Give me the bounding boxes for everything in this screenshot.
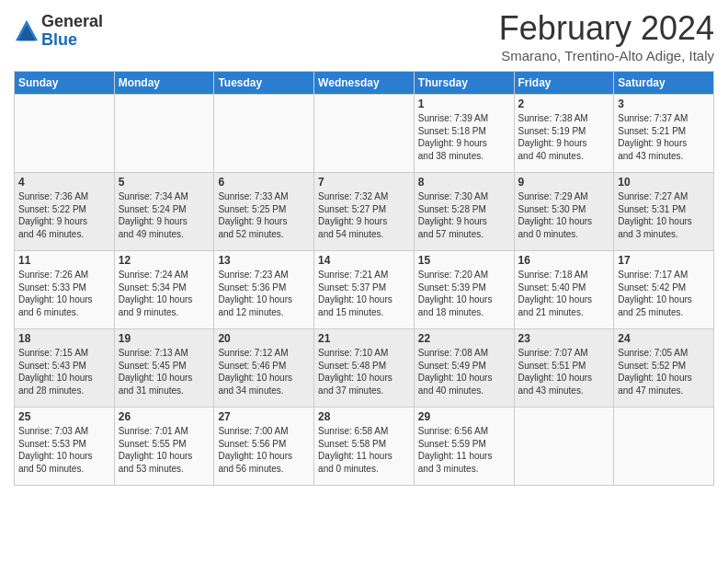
header-friday: Friday bbox=[514, 72, 614, 95]
day-number: 11 bbox=[18, 254, 110, 267]
day-number: 25 bbox=[18, 410, 110, 423]
calendar-table: Sunday Monday Tuesday Wednesday Thursday… bbox=[14, 71, 714, 486]
header-wednesday: Wednesday bbox=[314, 72, 415, 95]
header-row: Sunday Monday Tuesday Wednesday Thursday… bbox=[15, 72, 714, 95]
logo-blue: Blue bbox=[41, 31, 103, 50]
calendar-cell: 23Sunrise: 7:07 AM Sunset: 5:51 PM Dayli… bbox=[514, 329, 614, 408]
day-number: 14 bbox=[318, 254, 410, 267]
calendar-cell: 2Sunrise: 7:38 AM Sunset: 5:19 PM Daylig… bbox=[514, 95, 614, 173]
day-number: 9 bbox=[518, 176, 610, 189]
day-info: Sunrise: 6:56 AM Sunset: 5:59 PM Dayligh… bbox=[418, 425, 510, 475]
calendar-cell: 6Sunrise: 7:33 AM Sunset: 5:25 PM Daylig… bbox=[214, 173, 314, 251]
title-area: February 2024 Smarano, Trentino-Alto Adi… bbox=[499, 9, 714, 63]
logo-icon bbox=[14, 18, 40, 44]
day-info: Sunrise: 7:07 AM Sunset: 5:51 PM Dayligh… bbox=[518, 347, 610, 396]
calendar-cell: 27Sunrise: 7:00 AM Sunset: 5:56 PM Dayli… bbox=[214, 408, 314, 486]
calendar-cell bbox=[214, 95, 314, 173]
calendar-cell: 5Sunrise: 7:34 AM Sunset: 5:24 PM Daylig… bbox=[114, 173, 214, 251]
day-info: Sunrise: 7:13 AM Sunset: 5:45 PM Dayligh… bbox=[119, 347, 210, 396]
day-info: Sunrise: 7:23 AM Sunset: 5:36 PM Dayligh… bbox=[218, 269, 310, 318]
calendar-cell: 7Sunrise: 7:32 AM Sunset: 5:27 PM Daylig… bbox=[314, 173, 415, 251]
calendar-cell: 11Sunrise: 7:26 AM Sunset: 5:33 PM Dayli… bbox=[15, 251, 115, 329]
calendar-cell bbox=[514, 408, 614, 486]
logo: General Blue bbox=[14, 13, 103, 50]
day-info: Sunrise: 7:17 AM Sunset: 5:42 PM Dayligh… bbox=[618, 269, 710, 318]
calendar-week-3: 11Sunrise: 7:26 AM Sunset: 5:33 PM Dayli… bbox=[15, 251, 714, 329]
calendar-cell: 20Sunrise: 7:12 AM Sunset: 5:46 PM Dayli… bbox=[214, 329, 314, 408]
day-info: Sunrise: 7:26 AM Sunset: 5:33 PM Dayligh… bbox=[18, 269, 110, 318]
day-info: Sunrise: 7:12 AM Sunset: 5:46 PM Dayligh… bbox=[218, 347, 310, 396]
day-info: Sunrise: 7:15 AM Sunset: 5:43 PM Dayligh… bbox=[18, 347, 110, 396]
calendar-cell: 12Sunrise: 7:24 AM Sunset: 5:34 PM Dayli… bbox=[114, 251, 214, 329]
calendar-cell: 29Sunrise: 6:56 AM Sunset: 5:59 PM Dayli… bbox=[414, 408, 514, 486]
header-sunday: Sunday bbox=[15, 72, 115, 95]
header-area: General Blue February 2024 Smarano, Tren… bbox=[14, 9, 714, 63]
calendar-cell: 3Sunrise: 7:37 AM Sunset: 5:21 PM Daylig… bbox=[614, 95, 714, 173]
day-number: 4 bbox=[18, 176, 110, 189]
calendar-header: Sunday Monday Tuesday Wednesday Thursday… bbox=[15, 72, 714, 95]
calendar-cell: 10Sunrise: 7:27 AM Sunset: 5:31 PM Dayli… bbox=[614, 173, 714, 251]
day-info: Sunrise: 7:36 AM Sunset: 5:22 PM Dayligh… bbox=[18, 190, 110, 240]
day-number: 10 bbox=[618, 176, 710, 189]
day-info: Sunrise: 7:38 AM Sunset: 5:19 PM Dayligh… bbox=[518, 112, 610, 162]
calendar-cell: 15Sunrise: 7:20 AM Sunset: 5:39 PM Dayli… bbox=[414, 251, 514, 329]
page-container: General Blue February 2024 Smarano, Tren… bbox=[0, 0, 728, 500]
calendar-cell: 16Sunrise: 7:18 AM Sunset: 5:40 PM Dayli… bbox=[514, 251, 614, 329]
day-number: 23 bbox=[518, 332, 610, 345]
header-monday: Monday bbox=[114, 72, 214, 95]
day-number: 18 bbox=[18, 332, 110, 345]
calendar-cell bbox=[114, 95, 214, 173]
day-number: 1 bbox=[418, 98, 510, 110]
day-number: 24 bbox=[618, 332, 710, 345]
calendar-week-2: 4Sunrise: 7:36 AM Sunset: 5:22 PM Daylig… bbox=[15, 173, 714, 251]
day-info: Sunrise: 7:20 AM Sunset: 5:39 PM Dayligh… bbox=[418, 269, 510, 318]
day-info: Sunrise: 7:10 AM Sunset: 5:48 PM Dayligh… bbox=[318, 347, 410, 396]
day-number: 3 bbox=[618, 98, 710, 110]
day-number: 13 bbox=[218, 254, 310, 267]
day-info: Sunrise: 7:34 AM Sunset: 5:24 PM Dayligh… bbox=[119, 190, 210, 240]
calendar-cell: 19Sunrise: 7:13 AM Sunset: 5:45 PM Dayli… bbox=[114, 329, 214, 408]
calendar-cell bbox=[314, 95, 415, 173]
day-number: 20 bbox=[218, 332, 310, 345]
calendar-week-5: 25Sunrise: 7:03 AM Sunset: 5:53 PM Dayli… bbox=[15, 408, 714, 486]
calendar-cell: 21Sunrise: 7:10 AM Sunset: 5:48 PM Dayli… bbox=[314, 329, 415, 408]
header-thursday: Thursday bbox=[414, 72, 514, 95]
day-info: Sunrise: 7:00 AM Sunset: 5:56 PM Dayligh… bbox=[218, 425, 310, 475]
day-info: Sunrise: 7:24 AM Sunset: 5:34 PM Dayligh… bbox=[119, 269, 210, 318]
calendar-cell: 22Sunrise: 7:08 AM Sunset: 5:49 PM Dayli… bbox=[414, 329, 514, 408]
calendar-cell: 8Sunrise: 7:30 AM Sunset: 5:28 PM Daylig… bbox=[414, 173, 514, 251]
day-info: Sunrise: 7:21 AM Sunset: 5:37 PM Dayligh… bbox=[318, 269, 410, 318]
day-info: Sunrise: 7:01 AM Sunset: 5:55 PM Dayligh… bbox=[119, 425, 210, 475]
calendar-cell bbox=[15, 95, 115, 173]
calendar-cell: 25Sunrise: 7:03 AM Sunset: 5:53 PM Dayli… bbox=[15, 408, 115, 486]
day-number: 17 bbox=[618, 254, 710, 267]
day-number: 6 bbox=[218, 176, 310, 189]
day-number: 27 bbox=[218, 410, 310, 423]
day-number: 12 bbox=[119, 254, 210, 267]
day-info: Sunrise: 7:08 AM Sunset: 5:49 PM Dayligh… bbox=[418, 347, 510, 396]
calendar-cell: 1Sunrise: 7:39 AM Sunset: 5:18 PM Daylig… bbox=[414, 95, 514, 173]
day-info: Sunrise: 7:29 AM Sunset: 5:30 PM Dayligh… bbox=[518, 190, 610, 240]
day-info: Sunrise: 7:37 AM Sunset: 5:21 PM Dayligh… bbox=[618, 112, 710, 162]
calendar-cell bbox=[614, 408, 714, 486]
calendar-cell: 14Sunrise: 7:21 AM Sunset: 5:37 PM Dayli… bbox=[314, 251, 415, 329]
day-number: 21 bbox=[318, 332, 410, 345]
calendar-cell: 13Sunrise: 7:23 AM Sunset: 5:36 PM Dayli… bbox=[214, 251, 314, 329]
calendar-week-1: 1Sunrise: 7:39 AM Sunset: 5:18 PM Daylig… bbox=[15, 95, 714, 173]
day-info: Sunrise: 7:39 AM Sunset: 5:18 PM Dayligh… bbox=[418, 112, 510, 162]
day-number: 8 bbox=[418, 176, 510, 189]
day-number: 2 bbox=[518, 98, 610, 110]
day-number: 5 bbox=[119, 176, 210, 189]
calendar-cell: 26Sunrise: 7:01 AM Sunset: 5:55 PM Dayli… bbox=[114, 408, 214, 486]
day-number: 26 bbox=[119, 410, 210, 423]
location-title: Smarano, Trentino-Alto Adige, Italy bbox=[499, 48, 714, 63]
day-info: Sunrise: 6:58 AM Sunset: 5:58 PM Dayligh… bbox=[318, 425, 410, 475]
day-info: Sunrise: 7:30 AM Sunset: 5:28 PM Dayligh… bbox=[418, 190, 510, 240]
day-number: 29 bbox=[418, 410, 510, 423]
header-saturday: Saturday bbox=[614, 72, 714, 95]
day-number: 28 bbox=[318, 410, 410, 423]
calendar-week-4: 18Sunrise: 7:15 AM Sunset: 5:43 PM Dayli… bbox=[15, 329, 714, 408]
day-info: Sunrise: 7:05 AM Sunset: 5:52 PM Dayligh… bbox=[618, 347, 710, 396]
day-number: 22 bbox=[418, 332, 510, 345]
calendar-cell: 28Sunrise: 6:58 AM Sunset: 5:58 PM Dayli… bbox=[314, 408, 415, 486]
